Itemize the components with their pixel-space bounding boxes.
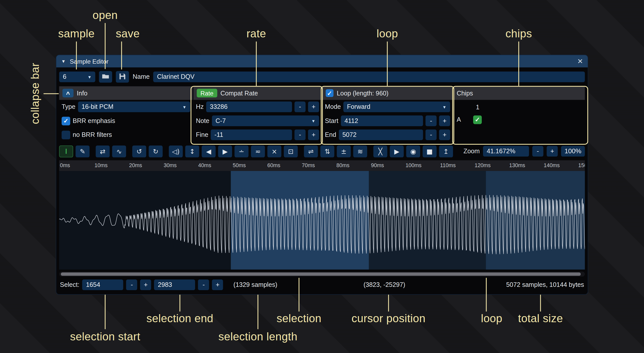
loop-start-decrease-button[interactable]: - (425, 115, 437, 126)
timeline-ruler[interactable]: 0ms10ms20ms30ms40ms50ms60ms70ms80ms90ms1… (59, 160, 585, 171)
trim-button[interactable]: ⊡ (284, 145, 298, 157)
redo-button[interactable]: ↻ (149, 145, 163, 157)
loop-start-increase-button[interactable]: + (439, 115, 450, 126)
undo-button[interactable]: ↺ (132, 145, 146, 157)
loop-mode-dropdown[interactable]: Forward ▼ (343, 102, 450, 112)
close-icon[interactable]: × (578, 57, 583, 66)
crossfade-loop-button[interactable]: ╳ (373, 145, 387, 157)
fine-decrease-button[interactable]: - (294, 130, 306, 140)
reverse-button[interactable]: ⇌ (304, 145, 318, 157)
selection-start-decrease-button[interactable]: - (126, 280, 137, 290)
hz-input[interactable]: 33286 (206, 102, 292, 112)
brr-emphasis-checkbox[interactable] (62, 116, 70, 125)
note-value: C-7 (216, 117, 226, 124)
timeline-label: 90ms (371, 162, 384, 168)
hz-increase-button[interactable]: + (308, 102, 319, 112)
fine-input[interactable]: -11 (211, 130, 292, 140)
zoom-in-button[interactable]: + (547, 146, 558, 157)
timeline-label: 0ms (60, 162, 70, 168)
fade-in-button[interactable]: ◀ (202, 145, 216, 157)
timeline-label: 110ms (440, 162, 456, 168)
chip-enable-checkbox[interactable] (473, 115, 482, 124)
annotation-collapse-bar: collapse bar (29, 53, 42, 135)
loop-end-decrease-button[interactable]: - (425, 130, 437, 140)
annotation-sample: sample (58, 28, 95, 40)
resample-button[interactable]: ∿ (112, 145, 126, 157)
timeline-label: 30ms (164, 162, 177, 168)
type-label: Type (62, 103, 75, 111)
title-bar[interactable]: ▼ Sample Editor × (56, 55, 588, 67)
loop-end-input[interactable]: 5072 (339, 130, 423, 140)
zoom-reset-button[interactable]: 100% (561, 146, 585, 157)
timeline-label: 80ms (336, 162, 350, 168)
amplify-button[interactable]: ◁) (169, 145, 183, 157)
loop-mode-label: Mode (325, 103, 341, 111)
invert-button[interactable]: ⇅ (320, 145, 334, 157)
note-dropdown[interactable]: C-7 ▼ (212, 115, 319, 126)
filter-button[interactable]: ≋ (353, 145, 367, 157)
hz-decrease-button[interactable]: - (294, 102, 306, 112)
loop-mode-value: Forward (347, 103, 370, 111)
sample-editor-window: ▼ Sample Editor × 6 ▼ Name Clarinet DQV (56, 55, 588, 294)
selection-start-value: 1654 (86, 281, 100, 288)
name-input[interactable]: Clarinet DQV (153, 71, 585, 82)
loop-end-increase-button[interactable]: + (439, 130, 450, 140)
edit-mode-button[interactable]: I (59, 145, 73, 157)
annotation-line-selection-start (105, 295, 105, 329)
loop-enabled-checkbox[interactable] (326, 89, 334, 97)
name-row: 6 ▼ Name Clarinet DQV (56, 67, 588, 86)
sample-selector[interactable]: 6 ▼ (59, 71, 95, 82)
fine-value: -11 (214, 131, 223, 138)
collapse-bar-button[interactable]: ^ (62, 89, 73, 97)
sign-button[interactable]: ± (337, 145, 351, 157)
annotation-line-selection-end (179, 295, 180, 312)
stop-preview-button[interactable]: ■ (423, 145, 437, 157)
waveform-view[interactable] (59, 171, 585, 270)
loop-start-label: Start (325, 117, 338, 124)
loop-start-input[interactable]: 4112 (341, 115, 423, 126)
annotation-loop-bottom: loop (481, 312, 502, 325)
no-brr-filters-checkbox[interactable] (62, 131, 70, 139)
normalize-button[interactable]: ↕ (185, 145, 199, 157)
annotation-line-selection-length (257, 295, 258, 329)
name-label: Name (133, 73, 150, 81)
delete-button[interactable]: × (267, 145, 281, 157)
insert-silence-button[interactable]: ∸ (234, 145, 248, 157)
timeline-label: 50ms (233, 162, 246, 168)
selection-end-increase-button[interactable]: + (212, 280, 223, 290)
loop-panel: Loop (length: 960) Mode Forward ▼ Start … (321, 86, 452, 142)
preview-button[interactable]: ▶ (390, 145, 404, 157)
cursor-position-text: (3823, -25297) (363, 281, 405, 288)
hz-label: Hz (196, 103, 204, 111)
resize-button[interactable]: ⇄ (96, 145, 110, 157)
window-collapse-icon[interactable]: ▼ (61, 59, 66, 64)
annotation-line-sample (76, 41, 77, 69)
timeline-label: 20ms (129, 162, 142, 168)
preview-dry-button[interactable]: ◉ (406, 145, 420, 157)
selection-start-increase-button[interactable]: + (140, 280, 151, 290)
waveform-scrollbar-track[interactable] (59, 272, 585, 277)
draw-button[interactable]: ✎ (75, 145, 89, 157)
open-button[interactable] (99, 71, 112, 83)
selection-length-text: (1329 samples) (233, 281, 277, 288)
chevron-down-icon: ▼ (88, 74, 92, 79)
fade-out-button[interactable]: ▶ (218, 145, 232, 157)
import-button[interactable]: ↥ (439, 145, 453, 157)
zoom-controls: Zoom 41.1672% - + 100% (463, 146, 585, 157)
zoom-out-button[interactable]: - (532, 146, 543, 157)
type-dropdown[interactable]: 16-bit PCM ▼ (78, 102, 190, 112)
annotation-chips: chips (505, 28, 532, 40)
hz-value: 33286 (210, 103, 228, 111)
zoom-label: Zoom (463, 147, 479, 155)
selection-start-input[interactable]: 1654 (82, 280, 123, 290)
zoom-input[interactable]: 41.1672% (483, 146, 529, 157)
apply-silence-button[interactable]: ≂ (251, 145, 265, 157)
annotation-line-save (121, 41, 122, 69)
waveform-scrollbar-thumb[interactable] (61, 272, 581, 276)
fine-increase-button[interactable]: + (308, 130, 319, 140)
sample-toolbar: I✎⇄∿↺↻◁)↕◀▶∸≂×⊡⇌⇅±≋╳▶◉■↥ Zoom 41.1672% -… (56, 142, 588, 160)
selection-end-input[interactable]: 2983 (154, 280, 195, 290)
waveform-plot (59, 171, 585, 270)
selection-end-decrease-button[interactable]: - (198, 280, 209, 290)
save-button[interactable] (116, 71, 129, 83)
